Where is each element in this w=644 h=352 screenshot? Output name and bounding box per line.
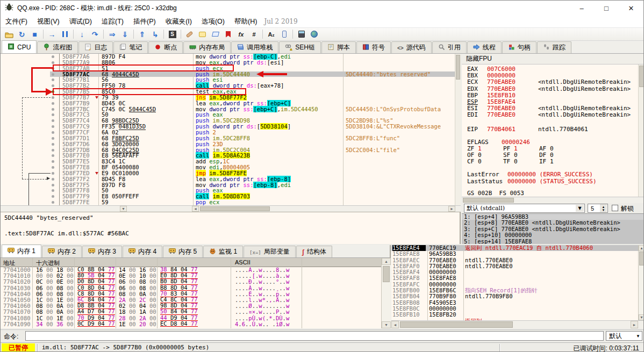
row-dot[interactable] <box>52 84 54 87</box>
toolbar-open-file-button[interactable] <box>3 28 15 40</box>
toolbar-step-out-button[interactable]: ⇓ <box>119 28 131 40</box>
hide-fpu-button[interactable]: 隐藏FPU <box>462 54 644 64</box>
tab-handles[interactable]: 句柄 <box>502 41 536 53</box>
tab-trace[interactable]: 跟踪 <box>537 41 571 53</box>
disasm-row[interactable]: 5D8F77FE59pop ecx <box>1 199 455 205</box>
stack-row[interactable]: 15E8FB04770B9F80ntdll.770B9F80 <box>391 293 638 299</box>
stack-argument-row[interactable]: 4: [esp+10] 00000000 <box>462 232 644 238</box>
command-input[interactable] <box>25 331 604 341</box>
stack-row[interactable]: 15E8FB1015E8FB20 <box>391 312 638 318</box>
calling-convention-select[interactable]: 默认 (stdcall)▼ <box>464 204 585 213</box>
toolbar-hash-button[interactable]: # <box>248 28 260 40</box>
scroll-up-button[interactable]: ▲ <box>382 258 391 265</box>
register-row[interactable]: CF 0TF 0IF 1 <box>467 159 638 165</box>
menu-item-d[interactable]: 调试(D) <box>65 16 97 27</box>
scroll-down-button[interactable]: ▼ <box>382 321 391 328</box>
dump-tab-mem[interactable]: 内存 2 <box>42 246 82 257</box>
scroll-left-button[interactable]: ◄ <box>391 321 399 328</box>
toolbar-pause-button[interactable] <box>59 28 71 40</box>
stack-row[interactable]: 15E8FB0015E8FB6C指向SEH_Record[1]的指针 <box>391 288 638 293</box>
stack-row[interactable]: 15E8FAF0770EABE0ntdll.770EABE0 <box>391 263 638 269</box>
row-dot[interactable] <box>52 166 54 169</box>
scroll-right-button[interactable]: ► <box>631 321 638 328</box>
row-dot[interactable] <box>52 125 54 128</box>
dump-tab-mem[interactable]: 内存 4 <box>123 246 162 257</box>
toolbar-internet-button[interactable] <box>308 28 320 40</box>
flag-cell[interactable]: CF 0 <box>467 159 503 165</box>
row-dot[interactable] <box>52 102 54 105</box>
scroll-thumb[interactable] <box>456 55 460 80</box>
row-dot[interactable] <box>52 73 54 76</box>
close-button[interactable]: ✕ <box>619 1 643 16</box>
stack-row[interactable]: 15E8FAE4770EAC19返回到 ntdll.770EAC19 自 ntd… <box>391 245 638 251</box>
flag-cell[interactable]: IF 1 <box>539 159 575 165</box>
row-dot[interactable] <box>52 178 54 181</box>
stack-row[interactable]: 15E8FAEC770EABE0ntdll.770EABE0 <box>391 257 638 263</box>
scroll-up-button[interactable]: ▲ <box>639 245 644 251</box>
toolbar-restart-button[interactable]: ↻ <box>16 28 28 40</box>
row-dot[interactable] <box>52 154 54 157</box>
scroll-thumb[interactable] <box>639 66 644 87</box>
tab-refs[interactable]: 引用 <box>432 41 467 53</box>
tab-log[interactable]: 日志 <box>78 41 113 53</box>
toolbar-step-over-button[interactable]: ↷ <box>89 28 101 40</box>
tab-script[interactable]: 脚本 <box>321 41 356 53</box>
toolbar-calculator-button[interactable] <box>295 28 307 40</box>
stack-row[interactable]: 15E8FAF815E8FAE8 <box>391 275 638 281</box>
registers-vscrollbar[interactable] <box>638 64 644 197</box>
stack-row[interactable]: 15E8FAFC00000000 <box>391 282 638 288</box>
scroll-down-button[interactable]: ▼ <box>120 206 127 212</box>
tab-bp[interactable]: 断点 <box>148 41 183 53</box>
stack-hscrollbar[interactable]: ◄ ► <box>391 320 644 328</box>
row-dot[interactable] <box>52 113 54 116</box>
flag-cell[interactable]: TF 0 <box>503 159 539 165</box>
row-dot[interactable] <box>52 201 54 204</box>
stack-row[interactable]: 15E8FB0C00000000 <box>391 306 638 312</box>
dump-tab-mem[interactable]: 内存 5 <box>163 246 203 257</box>
stack-row[interactable]: 15E8FAF400000000 <box>391 269 638 275</box>
stack-vscrollbar[interactable]: ▲ ▼ <box>638 245 644 320</box>
dump-tab-mem[interactable]: 内存 1 <box>2 245 41 257</box>
segment-registers[interactable]: GS 002B FS 0053 <box>467 190 638 197</box>
scroll-thumb[interactable] <box>383 266 390 282</box>
row-dot[interactable] <box>52 149 54 152</box>
toolbar-bookmark-button[interactable] <box>222 28 234 40</box>
scroll-thumb[interactable] <box>639 252 644 265</box>
dump-tab-mem[interactable]: 内存 3 <box>82 246 122 257</box>
row-dot[interactable] <box>52 96 54 99</box>
row-dot[interactable] <box>52 61 54 64</box>
row-dot[interactable] <box>52 108 54 111</box>
row-dot[interactable] <box>52 195 54 198</box>
toolbar-step-into-button[interactable]: ↓ <box>76 28 88 40</box>
scroll-right-button[interactable]: ► <box>448 206 455 212</box>
row-dot[interactable] <box>52 78 54 81</box>
register-row[interactable]: EIP770B4061ntdll.770B4061 <box>467 126 638 133</box>
menu-item-h[interactable]: 帮助(H) <box>230 16 262 27</box>
dump-tab-locals[interactable]: [x=]局部变量 <box>244 246 296 257</box>
scroll-thumb[interactable] <box>400 321 513 328</box>
dump-vscrollbar[interactable]: ▲ ▼ <box>381 258 391 328</box>
row-dot[interactable] <box>52 143 54 146</box>
toolbar-stop-button[interactable]: ■ <box>28 28 41 40</box>
unlock-checkbox[interactable] <box>612 205 618 211</box>
toolbar-run-user-code-button[interactable]: ↳ <box>149 28 161 40</box>
tab-cpu[interactable]: CPU <box>2 40 37 53</box>
tab-graph[interactable]: 流程图 <box>37 41 78 53</box>
minimize-button[interactable]: – <box>569 1 594 16</box>
row-dot[interactable] <box>52 189 54 192</box>
disassembly-vscrollbar[interactable] <box>455 54 461 205</box>
tab-notes[interactable]: 笔记 <box>113 41 148 53</box>
menu-item-i[interactable]: 收藏夹(I) <box>161 16 197 27</box>
tab-source[interactable]: <>源代码 <box>391 41 432 53</box>
scroll-down-button[interactable]: ▼ <box>639 314 644 320</box>
scroll-thumb[interactable] <box>200 206 270 211</box>
row-dot[interactable] <box>52 184 54 186</box>
dump-row[interactable]: 7704109034 00 36 000C D9 04 771E 00 20 0… <box>1 321 381 327</box>
toolbar-execute-till-return-button[interactable]: ⇑ <box>136 28 148 40</box>
menu-item-p[interactable]: 插件(P) <box>128 16 161 27</box>
row-dot[interactable] <box>52 160 54 163</box>
toolbar-label-button[interactable] <box>209 28 221 40</box>
row-dot[interactable] <box>52 137 54 140</box>
scroll-thumb[interactable] <box>463 198 514 203</box>
arg-count-stepper[interactable]: 5▲▼ <box>588 204 608 213</box>
